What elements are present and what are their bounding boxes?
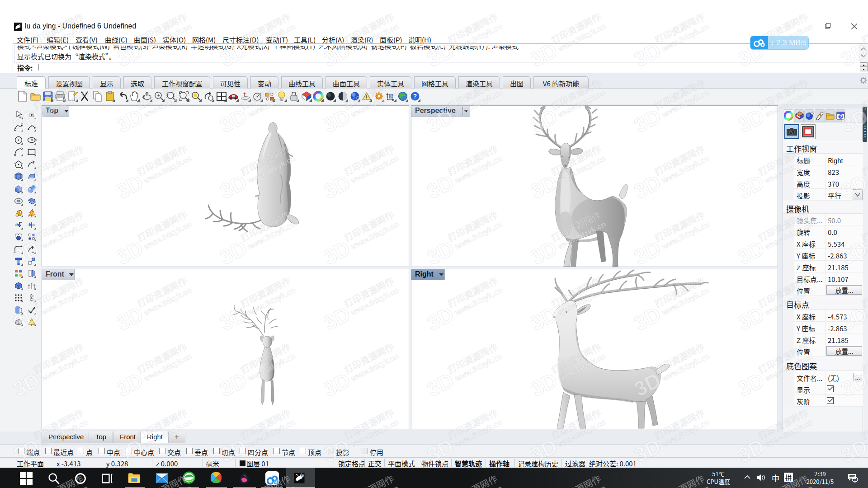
svg-text:?: ? [840, 113, 843, 120]
svg-text:6: 6 [302, 474, 304, 478]
svg-text:1: 1 [854, 477, 856, 483]
svg-text:?: ? [413, 93, 417, 100]
svg-text:6: 6 [19, 23, 21, 27]
